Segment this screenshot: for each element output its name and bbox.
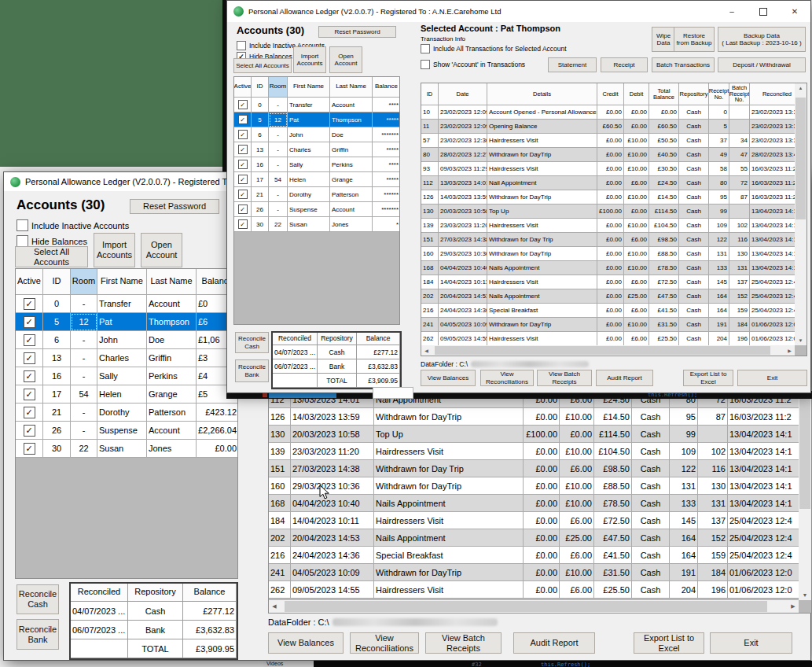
cell[interactable]: £88.50: [649, 247, 679, 261]
cell[interactable]: -: [71, 331, 97, 349]
cell[interactable]: 139: [269, 443, 291, 460]
cell[interactable]: 216: [269, 547, 291, 564]
account-row[interactable]: ✓0-TransferAccount****: [234, 98, 399, 112]
transaction-row[interactable]: 21624/04/2023 14:36Special Breakfast£0.0…: [269, 547, 799, 564]
cell[interactable]: 5: [252, 112, 269, 127]
transaction-row[interactable]: 15127/03/2023 14:38Withdrawn for Day Tri…: [421, 233, 795, 247]
cell[interactable]: Grange: [330, 172, 373, 187]
cell[interactable]: 25/04/2023 12:4: [750, 275, 795, 289]
cell[interactable]: £47.50: [649, 289, 679, 304]
cell[interactable]: Griffin: [330, 142, 373, 157]
active-checkbox[interactable]: ✓: [238, 160, 248, 169]
scroll-up-icon[interactable]: ▲: [795, 83, 806, 93]
cell[interactable]: 196: [729, 332, 750, 345]
column-header[interactable]: Receipt No.: [709, 83, 729, 105]
cell[interactable]: 12: [71, 313, 97, 331]
accounts-table[interactable]: ActiveIDRoomFirst NameLast NameBalance✓0…: [233, 76, 400, 325]
transaction-row[interactable]: 13020/03/2023 10:58Top Up£100.00£0.00£11…: [269, 426, 799, 443]
cell[interactable]: Cash: [632, 495, 670, 512]
transaction-row[interactable]: 21624/04/2023 14:36Special Breakfast£0.0…: [421, 304, 795, 318]
cell[interactable]: Special Breakfast: [374, 547, 524, 564]
checkbox-icon[interactable]: [17, 235, 28, 247]
transaction-row[interactable]: 9309/03/2023 11:29Hairdressers Visit£0.0…: [421, 162, 795, 176]
column-header[interactable]: ID: [421, 83, 439, 105]
cell[interactable]: Hairdressers Visit: [487, 332, 597, 345]
cell[interactable]: £78.50: [649, 261, 679, 275]
cell[interactable]: £78.50: [594, 495, 632, 512]
account-row[interactable]: ✓16-SallyPerkins****: [234, 157, 399, 172]
balance-cell[interactable]: *: [373, 217, 400, 232]
cell[interactable]: 122: [670, 460, 698, 477]
cell[interactable]: Cash: [632, 477, 670, 495]
cell[interactable]: £0.00: [624, 120, 649, 134]
cell[interactable]: 30: [43, 440, 71, 458]
cell[interactable]: 130: [698, 477, 728, 495]
cell[interactable]: 13: [252, 142, 269, 157]
exit-button[interactable]: Exit: [737, 370, 807, 386]
view-balances-button[interactable]: View Balances: [421, 370, 476, 386]
cell[interactable]: 131: [709, 247, 729, 261]
cell[interactable]: £0.00: [597, 318, 624, 332]
cell[interactable]: £0.00: [597, 176, 624, 190]
open-account-button[interactable]: Open Account: [329, 46, 362, 73]
cell[interactable]: £98.50: [594, 460, 632, 477]
cell[interactable]: 95: [709, 190, 729, 205]
cell[interactable]: 26: [252, 202, 269, 217]
active-checkbox[interactable]: ✓: [24, 389, 35, 400]
active-checkbox[interactable]: ✓: [238, 145, 248, 154]
reconcile-bank-button[interactable]: Reconcile Bank: [17, 619, 59, 650]
cell[interactable]: -: [269, 98, 288, 112]
cell[interactable]: Pat: [288, 112, 330, 127]
cell[interactable]: Cash: [632, 581, 670, 599]
cell[interactable]: 13/04/2023 14:1: [728, 477, 799, 495]
cell[interactable]: 102: [729, 219, 750, 233]
transaction-row[interactable]: 13923/03/2023 11:20Hairdressers Visit£0.…: [421, 219, 795, 233]
balance-cell[interactable]: £0.00: [197, 440, 238, 458]
cell[interactable]: 133: [670, 495, 698, 512]
cell[interactable]: Transfer: [288, 98, 330, 112]
cell[interactable]: Withdrawn for Day Trip: [487, 233, 597, 247]
cell[interactable]: [729, 105, 750, 120]
cell[interactable]: Cash: [679, 120, 709, 134]
cell[interactable]: Cash: [679, 275, 709, 289]
cell[interactable]: Special Breakfast: [487, 304, 597, 318]
cell[interactable]: £6.00: [624, 332, 649, 345]
cell[interactable]: 17: [43, 385, 71, 404]
cell[interactable]: 13/04/2023 14:1: [750, 233, 795, 247]
cell[interactable]: £6.00: [560, 460, 594, 477]
cell[interactable]: £0.00: [597, 190, 624, 205]
select-all-accounts-button[interactable]: Select All Accounts: [15, 246, 88, 267]
cell[interactable]: 191: [709, 318, 729, 332]
cell[interactable]: £41.50: [649, 304, 679, 318]
cell[interactable]: Suspense: [97, 422, 147, 440]
cell[interactable]: 16/03/2023 11:2: [750, 162, 795, 176]
cell[interactable]: Withdrawn for DayTrip: [487, 318, 597, 332]
cell[interactable]: Charles: [288, 142, 330, 157]
cell[interactable]: 0: [43, 295, 71, 313]
reconcile-cash-button[interactable]: Reconcile Cash: [235, 332, 269, 353]
cell[interactable]: Griffin: [147, 349, 197, 367]
cell[interactable]: 14/04/2023 10:11: [439, 275, 487, 289]
cell[interactable]: 13/04/2023 14:1: [728, 443, 799, 460]
column-header[interactable]: Active: [16, 269, 43, 295]
select-all-accounts-button[interactable]: Select All Accounts: [233, 58, 292, 73]
cell[interactable]: 26: [43, 422, 71, 440]
balance-cell[interactable]: *****: [373, 142, 400, 157]
cell[interactable]: £14.50: [649, 190, 679, 205]
cell[interactable]: £0.00: [597, 247, 624, 261]
cell[interactable]: 28/02/2023 12:27: [439, 148, 487, 162]
cell[interactable]: 139: [421, 219, 439, 233]
active-checkbox[interactable]: ✓: [238, 100, 248, 109]
cell[interactable]: 145: [670, 512, 698, 529]
cell[interactable]: £0.00: [524, 495, 560, 512]
transaction-row[interactable]: 16804/04/2023 10:40Nails Appointment£0.0…: [269, 495, 799, 512]
transaction-row[interactable]: 12614/03/2023 13:59Withdrawn for DayTrip…: [421, 190, 795, 205]
cell[interactable]: Hairdressers Visit: [374, 581, 524, 599]
account-row[interactable]: ✓26-SuspenseAccount£2,266.04: [16, 422, 237, 440]
transaction-row[interactable]: 24104/05/2023 10:09Withdrawn for DayTrip…: [269, 564, 799, 581]
cell[interactable]: 109: [670, 443, 698, 460]
cell[interactable]: -: [269, 142, 288, 157]
column-header[interactable]: Repository: [679, 83, 709, 105]
cell[interactable]: 131: [670, 477, 698, 495]
cell[interactable]: 28/02/2023 13:4: [750, 148, 795, 162]
